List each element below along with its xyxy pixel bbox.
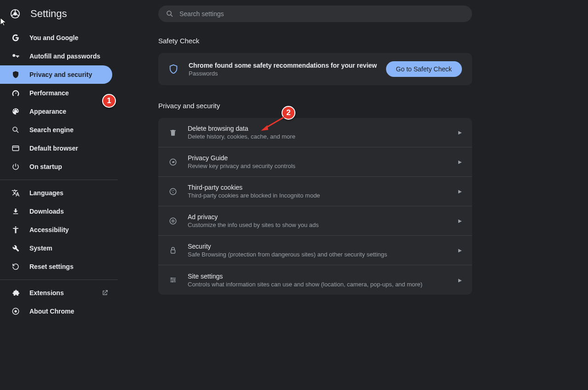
palette-icon [11, 107, 20, 116]
sidebar-item-privacy-security[interactable]: Privacy and security [0, 65, 112, 84]
sidebar-item-label: Autofill and passwords [29, 52, 100, 60]
row-subtitle: Customize the info used by sites to show… [188, 221, 319, 228]
row-title: Delete browsing data [188, 125, 295, 132]
row-title: Site settings [188, 273, 422, 280]
svg-point-14 [173, 190, 174, 191]
chevron-right-icon: ▶ [458, 189, 462, 194]
speedometer-icon [11, 88, 20, 98]
wrench-icon [11, 244, 20, 253]
section-label-privacy-security: Privacy and security [158, 102, 472, 110]
svg-point-13 [172, 190, 173, 191]
chrome-logo-icon [10, 9, 20, 19]
svg-point-2 [167, 11, 171, 15]
shield-icon [11, 70, 20, 79]
search-settings-field[interactable] [158, 6, 472, 22]
sidebar-item-languages[interactable]: Languages [0, 184, 118, 202]
svg-point-4 [13, 127, 17, 131]
power-icon [11, 162, 20, 171]
row-subtitle: Safe Browsing (protection from dangerous… [188, 251, 387, 258]
accessibility-icon [11, 225, 20, 234]
main-content: Safety Check Chrome found some safety re… [158, 37, 472, 295]
key-icon [11, 52, 20, 61]
row-title: Privacy Guide [188, 154, 295, 162]
svg-point-16 [170, 218, 176, 224]
safety-check-card: Chrome found some safety recommendations… [158, 53, 472, 85]
sidebar-item-autofill[interactable]: Autofill and passwords [0, 47, 118, 65]
svg-point-19 [171, 278, 173, 279]
sidebar-item-extensions[interactable]: Extensions [0, 284, 118, 302]
chevron-right-icon: ▶ [458, 278, 462, 283]
sidebar-item-label: Downloads [29, 208, 64, 215]
sidebar-item-label: Privacy and security [29, 71, 92, 78]
row-subtitle: Review key privacy and security controls [188, 163, 295, 169]
google-g-icon [11, 33, 20, 42]
sidebar-item-appearance[interactable]: Appearance [0, 102, 118, 121]
row-privacy-guide[interactable]: Privacy Guide Review key privacy and sec… [158, 147, 472, 177]
sidebar-divider [0, 180, 118, 180]
row-security[interactable]: Security Safe Browsing (protection from … [158, 236, 472, 265]
ad-icon [168, 216, 178, 226]
compass-icon [168, 157, 178, 167]
go-to-safety-check-button[interactable]: Go to Safety Check [386, 61, 462, 77]
extension-icon [11, 288, 20, 297]
svg-point-10 [14, 310, 17, 312]
svg-line-3 [171, 15, 173, 17]
sidebar-item-label: On startup [29, 163, 62, 170]
sidebar-item-default-browser[interactable]: Default browser [0, 139, 118, 157]
svg-point-20 [174, 279, 175, 281]
mouse-cursor-icon [0, 17, 6, 27]
sidebar-item-reset-settings[interactable]: Reset settings [0, 257, 118, 276]
chevron-right-icon: ▶ [458, 248, 462, 253]
trash-icon [168, 128, 178, 137]
external-link-icon [101, 289, 109, 297]
sidebar-item-label: Reset settings [29, 263, 74, 270]
sidebar-item-label: Default browser [29, 145, 78, 152]
chevron-right-icon: ▶ [458, 218, 462, 223]
shield-icon [168, 64, 179, 74]
sidebar-item-label: Accessibility [29, 226, 69, 233]
row-title: Third-party cookies [188, 184, 320, 191]
browser-icon [11, 144, 20, 153]
section-label-safety-check: Safety Check [158, 37, 472, 45]
svg-point-8 [15, 227, 17, 228]
sidebar-item-you-and-google[interactable]: You and Google [0, 29, 118, 47]
sidebar-item-label: Search engine [29, 126, 74, 134]
cookie-icon [168, 187, 178, 196]
sidebar-item-downloads[interactable]: Downloads [0, 202, 118, 221]
row-title: Ad privacy [188, 213, 319, 221]
search-input[interactable] [179, 10, 465, 17]
search-icon [166, 10, 174, 18]
sliders-icon [168, 275, 178, 285]
row-delete-browsing-data[interactable]: Delete browsing data Delete history, coo… [158, 118, 472, 147]
annotation-marker-1: 1 [102, 94, 116, 108]
sidebar-item-label: About Chrome [29, 308, 74, 315]
sidebar: You and Google Autofill and passwords Pr… [0, 29, 118, 320]
sidebar-item-performance[interactable]: Performance [0, 84, 118, 102]
sidebar-item-accessibility[interactable]: Accessibility [0, 221, 118, 239]
sidebar-item-system[interactable]: System [0, 239, 118, 257]
chevron-right-icon: ▶ [458, 130, 462, 135]
privacy-security-list: Delete browsing data Delete history, coo… [158, 118, 472, 295]
svg-rect-6 [12, 146, 19, 151]
sidebar-item-label: Performance [29, 89, 69, 97]
translate-icon [11, 188, 20, 198]
sidebar-divider [0, 279, 118, 280]
svg-point-21 [172, 281, 173, 282]
row-subtitle: Third-party cookies are blocked in Incog… [188, 192, 320, 199]
row-title: Security [188, 243, 387, 250]
sidebar-item-search-engine[interactable]: Search engine [0, 121, 118, 139]
row-third-party-cookies[interactable]: Third-party cookies Third-party cookies … [158, 177, 472, 206]
sidebar-item-label: Extensions [29, 289, 64, 297]
safety-card-subtitle: Passwords [189, 70, 377, 77]
sidebar-item-about-chrome[interactable]: About Chrome [0, 302, 118, 320]
chrome-icon [11, 307, 20, 316]
svg-line-5 [17, 131, 18, 133]
row-site-settings[interactable]: Site settings Controls what information … [158, 265, 472, 295]
svg-point-12 [170, 188, 176, 195]
page-title: Settings [30, 8, 67, 20]
sidebar-item-on-startup[interactable]: On startup [0, 157, 118, 176]
svg-point-1 [13, 12, 17, 15]
row-ad-privacy[interactable]: Ad privacy Customize the info used by si… [158, 206, 472, 236]
svg-rect-18 [171, 250, 175, 253]
sidebar-item-label: Languages [29, 189, 63, 197]
